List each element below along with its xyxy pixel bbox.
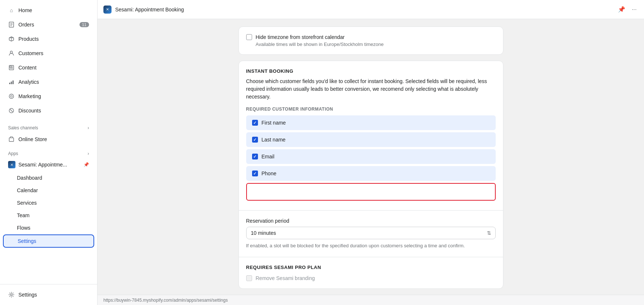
sidebar-item-label: Products (18, 36, 39, 42)
svg-point-16 (9, 94, 14, 98)
content-inner: Hide timezone from storefront calendar A… (231, 19, 511, 295)
sidebar-item-label: Analytics (18, 79, 39, 85)
field-row-last-name: Last name (246, 132, 496, 147)
pro-plan-title: REQUIRES SESAMI PRO PLAN (246, 265, 496, 270)
sidebar-item-discounts[interactable]: Discounts (3, 104, 94, 118)
content-icon (8, 64, 15, 71)
email-label: Email (262, 154, 275, 159)
sidebar-sub-settings[interactable]: Settings (3, 234, 94, 248)
chevron-right-icon: › (88, 125, 89, 130)
sidebar-sub-team[interactable]: Team (3, 209, 94, 221)
reservation-period-section: Reservation period 5 minutes 10 minutes … (239, 211, 503, 257)
sidebar-item-label: Customers (18, 50, 43, 56)
required-label: REQUIRED CUSTOMER INFORMATION (246, 107, 496, 112)
home-icon: ⌂ (8, 7, 15, 14)
statusbar: https://buywin-7845.myshopify.com/admin/… (98, 295, 644, 305)
timezone-helper: Available times will be shown in Europe/… (256, 42, 496, 47)
timezone-card: Hide timezone from storefront calendar A… (238, 26, 503, 55)
last-name-label: Last name (262, 137, 286, 143)
customers-icon (8, 50, 15, 57)
instant-booking-title: INSTANT BOOKING (246, 68, 496, 74)
instant-booking-desc: Choose which customer fields you'd like … (246, 78, 496, 101)
statusbar-url: https://buywin-7845.myshopify.com/admin/… (103, 298, 228, 303)
sidebar-item-label: Marketing (18, 93, 41, 99)
phone-label: Phone (262, 171, 276, 176)
content-area: Hide timezone from storefront calendar A… (98, 19, 644, 295)
sidebar-item-label: Content (18, 65, 36, 71)
remove-branding-label: Remove Sesami branding (256, 275, 315, 281)
svg-point-20 (10, 110, 11, 110)
field-row-phone: Phone (246, 166, 496, 181)
app-logo-icon (103, 6, 112, 14)
first-name-label: First name (262, 120, 286, 126)
sidebar-item-label: Settings (18, 292, 37, 298)
field-row-first-name: First name (246, 115, 496, 130)
sesami-app-label: Sesami: Appointme... (18, 162, 67, 168)
marketing-icon (8, 93, 15, 100)
instant-booking-section: INSTANT BOOKING Choose which customer fi… (239, 61, 503, 211)
hide-timezone-row: Hide timezone from storefront calendar (246, 34, 496, 40)
sidebar: ⌂ Home Orders 11 Products Customers (0, 0, 98, 305)
sidebar-item-customers[interactable]: Customers (3, 46, 94, 60)
settings-icon (8, 291, 15, 298)
phone-checkbox[interactable] (252, 171, 258, 176)
svg-point-17 (11, 96, 13, 97)
sidebar-item-analytics[interactable]: Analytics (3, 75, 94, 89)
reservation-period-label: Reservation period (246, 218, 496, 224)
empty-field-row[interactable] (246, 183, 496, 201)
sidebar-sub-flows[interactable]: Flows (3, 222, 94, 234)
app-title: Sesami: Appointment Booking (115, 7, 184, 12)
discounts-icon (8, 107, 15, 114)
sidebar-item-label: Discounts (18, 108, 41, 114)
remove-branding-checkbox[interactable] (246, 275, 252, 281)
orders-icon (8, 21, 15, 28)
svg-rect-15 (13, 80, 14, 84)
svg-rect-22 (9, 138, 14, 141)
pin-button[interactable]: 📌 (616, 4, 627, 14)
sidebar-item-settings[interactable]: Settings (3, 288, 94, 302)
svg-point-21 (12, 111, 13, 112)
sidebar-item-label: Online Store (18, 136, 47, 142)
timezone-section: Hide timezone from storefront calendar A… (239, 27, 503, 54)
main-content: Sesami: Appointment Booking 📌 ··· Hide t… (98, 0, 644, 305)
online-store-icon (8, 136, 15, 143)
sidebar-item-marketing[interactable]: Marketing (3, 89, 94, 103)
sidebar-item-label: Orders (18, 22, 34, 28)
sidebar-bottom: Settings (0, 284, 97, 305)
sidebar-item-online-store[interactable]: Online Store (3, 132, 94, 146)
sidebar-sub-calendar[interactable]: Calendar (3, 184, 94, 196)
sidebar-sub-dashboard[interactable]: Dashboard (3, 172, 94, 184)
sidebar-item-content[interactable]: Content (3, 61, 94, 75)
chevron-right-icon: › (88, 151, 89, 156)
instant-booking-card: INSTANT BOOKING Choose which customer fi… (238, 61, 503, 289)
sidebar-item-label: Home (18, 7, 32, 13)
pin-icon: 📌 (84, 162, 89, 167)
hide-timezone-checkbox[interactable] (246, 34, 252, 40)
more-button[interactable]: ··· (630, 5, 638, 14)
apps-section: Apps › (0, 147, 97, 158)
svg-rect-13 (9, 83, 10, 84)
last-name-checkbox[interactable] (252, 137, 258, 143)
svg-rect-14 (11, 82, 12, 84)
sesami-logo-icon (8, 161, 15, 168)
svg-rect-9 (10, 66, 11, 68)
sidebar-sub-services[interactable]: Services (3, 197, 94, 209)
sesami-app-item[interactable]: Sesami: Appointme... 📌 (3, 158, 94, 171)
sales-channels-section: Sales channels › (0, 121, 97, 132)
email-checkbox[interactable] (252, 154, 258, 159)
topbar: Sesami: Appointment Booking 📌 ··· (98, 0, 644, 19)
hide-timezone-label: Hide timezone from storefront calendar (256, 34, 345, 40)
first-name-checkbox[interactable] (252, 120, 258, 126)
topbar-actions: 📌 ··· (616, 4, 638, 14)
analytics-icon (8, 79, 15, 85)
sidebar-item-products[interactable]: Products (3, 32, 94, 46)
reservation-period-select-wrapper: 5 minutes 10 minutes 15 minutes 30 minut… (246, 227, 496, 239)
products-icon (8, 36, 15, 42)
pro-plan-section: REQUIRES SESAMI PRO PLAN Remove Sesami b… (239, 257, 503, 288)
remove-branding-row: Remove Sesami branding (246, 275, 496, 281)
sidebar-item-orders[interactable]: Orders 11 (3, 18, 94, 32)
field-row-email: Email (246, 149, 496, 164)
orders-badge: 11 (79, 22, 89, 27)
sidebar-item-home[interactable]: ⌂ Home (3, 3, 94, 17)
reservation-period-select[interactable]: 5 minutes 10 minutes 15 minutes 30 minut… (246, 227, 496, 239)
